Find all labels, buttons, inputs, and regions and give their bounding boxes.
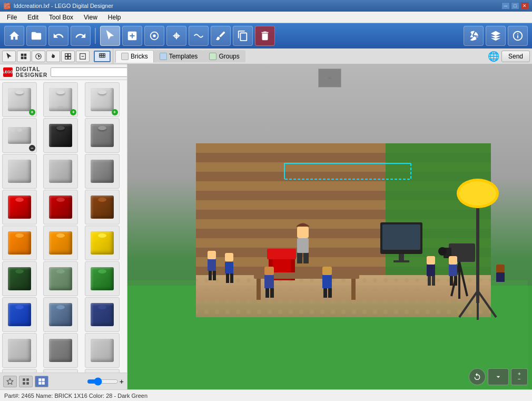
statusbar: Part#: 2465 Name: BRICK 1X16 Color: 28 -…: [0, 389, 532, 401]
3d-render-button[interactable]: [486, 26, 506, 46]
sidebar-header: LEGO DIGITAL DESIGNER «: [0, 64, 127, 80]
tab-templates[interactable]: Templates: [154, 50, 204, 62]
connect-button[interactable]: [144, 26, 164, 46]
brick-item[interactable]: [85, 369, 120, 373]
brand-text: DIGITAL DESIGNER: [16, 66, 47, 78]
svg-rect-85: [264, 267, 274, 275]
favorites-button[interactable]: [3, 376, 17, 387]
svg-rect-10: [68, 53, 71, 56]
groups-tab-label: Groups: [219, 53, 239, 60]
camera-view-button[interactable]: [464, 26, 484, 46]
templates-tab-label: Templates: [169, 53, 198, 60]
brick-item[interactable]: +: [43, 82, 78, 117]
brick-item[interactable]: [2, 261, 37, 296]
snap-grid-button[interactable]: [94, 51, 111, 62]
toolbar-right: [464, 26, 528, 46]
svg-rect-79: [213, 271, 216, 280]
tab-groups[interactable]: Groups: [203, 50, 245, 62]
brick-item[interactable]: [2, 369, 37, 373]
flex-button[interactable]: [189, 26, 209, 46]
brick-item[interactable]: [85, 190, 120, 224]
brick-item[interactable]: [43, 261, 78, 296]
brick-search-input[interactable]: [51, 67, 127, 77]
brick-item[interactable]: [2, 333, 37, 368]
maximize-button[interactable]: □: [511, 2, 519, 9]
deselect-button[interactable]: [76, 51, 90, 62]
zoom-slider[interactable]: [87, 377, 119, 386]
zoom-fit-button[interactable]: + −: [511, 368, 528, 385]
menu-edit[interactable]: Edit: [23, 12, 43, 23]
brick-item[interactable]: [2, 297, 37, 332]
svg-rect-77: [208, 251, 216, 259]
brick-item[interactable]: [85, 118, 120, 153]
home-button[interactable]: [4, 26, 24, 46]
delete-button[interactable]: [255, 26, 275, 46]
titlebar: 🧱 lddcreation.lxf - LEGO Digital Designe…: [0, 0, 532, 12]
brick-item[interactable]: [85, 226, 120, 260]
svg-rect-86: [265, 288, 269, 298]
minimize-button[interactable]: ─: [501, 2, 510, 9]
menu-view[interactable]: View: [79, 12, 102, 23]
viewport-navigation: [318, 69, 341, 87]
lego-logo-text: LEGO: [3, 70, 13, 74]
large-view-button[interactable]: [35, 376, 48, 387]
sidebar: LEGO DIGITAL DESIGNER « + +: [0, 64, 127, 389]
instructions-button[interactable]: [508, 26, 528, 46]
svg-rect-51: [399, 254, 404, 260]
brick-item[interactable]: [85, 154, 120, 189]
brick-item[interactable]: [85, 261, 120, 296]
svg-rect-12: [68, 56, 71, 59]
brick-item[interactable]: +: [2, 82, 37, 117]
brick-item[interactable]: [43, 333, 78, 368]
menu-file[interactable]: File: [2, 12, 22, 23]
brick-item[interactable]: [85, 297, 120, 332]
camera-up-button[interactable]: [318, 69, 341, 87]
viewport[interactable]: + −: [127, 64, 532, 389]
tab-bricks[interactable]: Bricks: [115, 50, 154, 63]
select-all-button[interactable]: [61, 51, 75, 62]
clone-button[interactable]: [233, 26, 253, 46]
svg-rect-91: [328, 288, 332, 298]
bricks-grid: + + +: [0, 80, 127, 373]
camera-down-button[interactable]: [488, 368, 509, 385]
menu-help[interactable]: Help: [103, 12, 126, 23]
hinge-button[interactable]: [166, 26, 186, 46]
zoom-plus-icon[interactable]: +: [120, 377, 124, 386]
brick-item[interactable]: +: [85, 82, 120, 117]
svg-rect-27: [42, 378, 45, 381]
brick-item[interactable]: [43, 190, 78, 224]
svg-rect-101: [496, 265, 505, 272]
brick-item[interactable]: −: [2, 118, 37, 153]
sidebar-bottom-toolbar: +: [0, 373, 127, 389]
send-button[interactable]: Send: [501, 51, 530, 62]
paint-button[interactable]: [211, 26, 231, 46]
brick-item[interactable]: [43, 118, 78, 153]
select-connected-button[interactable]: [17, 51, 31, 62]
select-type-button[interactable]: [46, 51, 60, 62]
brick-item[interactable]: [2, 226, 37, 260]
undo-button[interactable]: [48, 26, 68, 46]
brick-item[interactable]: [43, 154, 78, 189]
brick-item[interactable]: [43, 297, 78, 332]
small-view-button[interactable]: [19, 376, 33, 387]
camera-reset-button[interactable]: [469, 368, 486, 385]
brick-item[interactable]: [43, 369, 78, 373]
brick-item[interactable]: [43, 226, 78, 260]
redo-button[interactable]: [71, 26, 91, 46]
svg-rect-97: [449, 256, 457, 265]
select-color-button[interactable]: [32, 51, 45, 62]
brick-item[interactable]: [85, 333, 120, 368]
select-tool-button[interactable]: [100, 26, 120, 46]
svg-rect-9: [65, 53, 68, 56]
svg-rect-82: [226, 273, 229, 283]
titlebar-left: 🧱 lddcreation.lxf - LEGO Digital Designe…: [3, 3, 113, 9]
svg-rect-93: [427, 256, 435, 265]
brick-item[interactable]: [2, 154, 37, 189]
add-brick-button[interactable]: [122, 26, 142, 46]
brick-item[interactable]: [2, 190, 37, 224]
select-mode-button[interactable]: [2, 51, 16, 62]
open-button[interactable]: [26, 26, 46, 46]
svg-rect-76: [208, 259, 216, 271]
close-button[interactable]: ✕: [520, 2, 529, 9]
menu-toolbox[interactable]: Tool Box: [44, 12, 78, 23]
